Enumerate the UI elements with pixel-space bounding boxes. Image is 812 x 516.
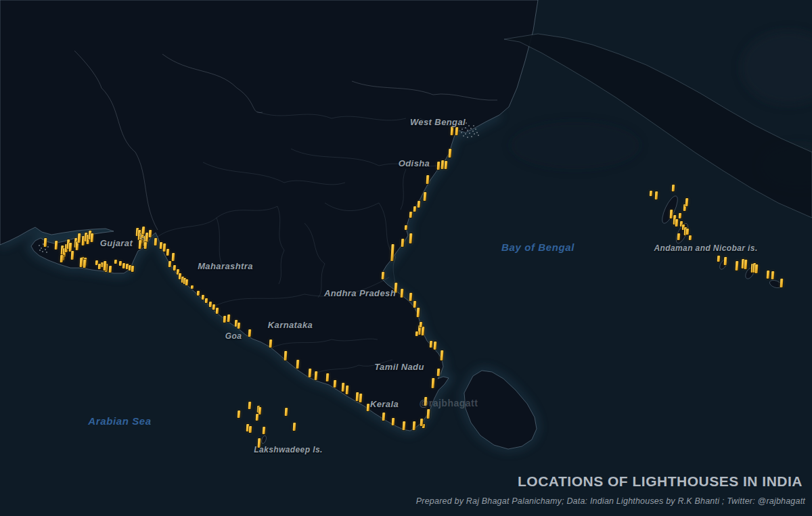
- map-credit-line: Prepared by Raj Bhagat Palanichamy; Data…: [416, 496, 805, 506]
- mainland-landmass: [0, 0, 538, 431]
- watermark-text: @rajbhagatt: [420, 398, 478, 408]
- map-title: LOCATIONS OF LIGHTHOUSES IN INDIA: [518, 473, 803, 490]
- basemap-svg: [0, 0, 812, 516]
- srilanka-landmass: [464, 371, 537, 449]
- lighthouse-map-canvas: GujaratMaharashtraAndhra PradeshKarnatak…: [0, 0, 812, 516]
